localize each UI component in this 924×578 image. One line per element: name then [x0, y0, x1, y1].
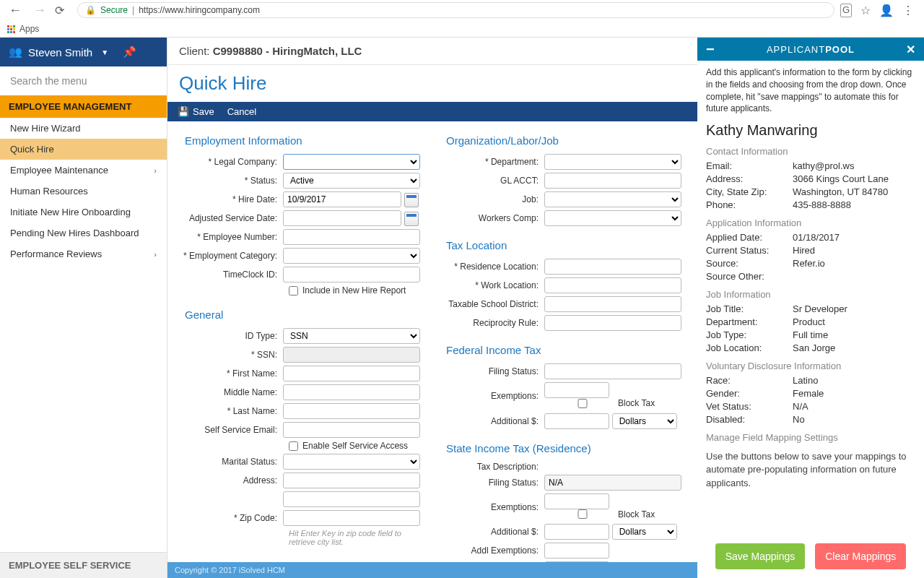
- dollars-select[interactable]: Dollars: [612, 413, 677, 429]
- state-block-tax-checkbox[interactable]: [550, 509, 615, 519]
- apps-label[interactable]: Apps: [19, 24, 39, 34]
- include-report-checkbox[interactable]: [289, 286, 298, 296]
- user-name: Steven Smith: [28, 46, 92, 59]
- manage-title: Manage Field Mapping Settings: [706, 432, 915, 443]
- save-button[interactable]: 💾Save: [178, 106, 214, 117]
- filing-status-input[interactable]: [544, 363, 681, 379]
- self-email-input[interactable]: [283, 422, 420, 438]
- applicant-name: Kathy Manwaring: [706, 122, 915, 139]
- marital-select[interactable]: [283, 454, 420, 470]
- school-dist-input[interactable]: [544, 296, 681, 312]
- label-first-name: * First Name:: [175, 368, 283, 379]
- label-zip: * Zip Code:: [175, 513, 283, 523]
- status-select[interactable]: Active: [283, 173, 420, 189]
- address-input-1[interactable]: [283, 473, 420, 488]
- exemptions-input[interactable]: [544, 382, 609, 398]
- residence-input[interactable]: [544, 259, 681, 275]
- cancel-button[interactable]: Cancel: [227, 106, 256, 117]
- label-work-loc: * Work Location:: [436, 280, 544, 290]
- calendar-icon[interactable]: [404, 212, 419, 226]
- sidebar-item[interactable]: Performance Reviews›: [0, 243, 167, 264]
- sidebar-item[interactable]: Quick Hire: [0, 139, 167, 160]
- client-prefix: Client:: [179, 45, 213, 57]
- main-content: Client: C9998880 - HiringMatch, LLC Quic…: [167, 38, 697, 578]
- workers-comp-select[interactable]: [544, 210, 681, 226]
- label-marital: Marital Status:: [175, 457, 283, 467]
- app-title: Application Information: [706, 217, 915, 228]
- label-self-email: Self Service Email:: [175, 425, 283, 435]
- zip-input[interactable]: [283, 510, 420, 526]
- middle-name-input[interactable]: [283, 384, 420, 400]
- sidebar-item[interactable]: Employee Maintenance›: [0, 160, 167, 181]
- search-menu[interactable]: Search the menu: [0, 66, 167, 95]
- sidebar-item[interactable]: Pending New Hires Dashboard: [0, 223, 167, 243]
- back-icon[interactable]: ←: [6, 3, 25, 18]
- nav-list: New Hire WizardQuick HireEmployee Mainte…: [0, 118, 167, 264]
- id-type-select[interactable]: SSN: [283, 328, 420, 344]
- job-title: Job Information: [706, 289, 915, 300]
- hire-date-input[interactable]: [283, 191, 401, 207]
- menu-icon[interactable]: ⋮: [902, 4, 914, 17]
- last-name-input[interactable]: [283, 403, 420, 419]
- label-hire-date: * Hire Date:: [175, 194, 283, 204]
- sidebar-footer[interactable]: EMPLOYEE SELF SERVICE: [0, 552, 167, 578]
- address-bar[interactable]: 🔒 Secure | https://www.hiringcompany.com: [77, 2, 834, 18]
- work-loc-input[interactable]: [544, 277, 681, 293]
- label-residence: * Residence Location:: [436, 262, 544, 272]
- enable-ss-checkbox[interactable]: [289, 441, 298, 451]
- chevron-right-icon: ›: [154, 250, 157, 259]
- chevron-right-icon: ›: [154, 166, 157, 175]
- section-tax-loc: Tax Location: [446, 239, 690, 251]
- emp-category-select[interactable]: [283, 248, 420, 264]
- state-filing-input[interactable]: [544, 475, 681, 491]
- client-name: C9998880 - HiringMatch, LLC: [213, 45, 362, 57]
- block-tax-checkbox[interactable]: [550, 399, 615, 408]
- calendar-icon[interactable]: [404, 193, 419, 207]
- ssn-input[interactable]: [283, 347, 420, 363]
- state-additional-input[interactable]: [544, 524, 609, 540]
- section-header[interactable]: EMPLOYEE MANAGEMENT: [0, 95, 167, 118]
- first-name-input[interactable]: [283, 366, 420, 381]
- section-general: General: [185, 309, 429, 321]
- state-dollars-select[interactable]: Dollars: [612, 524, 677, 540]
- address-input-2[interactable]: [283, 491, 420, 507]
- label-state-additional: Additional $:: [436, 527, 544, 537]
- gl-acct-input[interactable]: [544, 173, 681, 189]
- timeclock-input[interactable]: [283, 267, 420, 282]
- close-icon[interactable]: ✕: [906, 43, 915, 56]
- apps-icon[interactable]: [7, 25, 15, 33]
- label-job: Job:: [436, 194, 544, 204]
- label-timeclock: TimeClock ID:: [175, 269, 283, 280]
- addl-exemptions-input[interactable]: [544, 543, 609, 558]
- section-state-tax: State Income Tax (Residence): [446, 442, 690, 454]
- action-bar: 💾Save Cancel: [167, 102, 697, 121]
- forward-icon[interactable]: →: [30, 3, 49, 18]
- user-icon: 👥: [9, 46, 22, 59]
- clear-mappings-button[interactable]: Clear Mappings: [815, 543, 906, 569]
- sidebar-item[interactable]: Initiate New Hire Onboarding: [0, 202, 167, 223]
- state-exemptions-input[interactable]: [544, 493, 609, 509]
- label-id-type: ID Type:: [175, 331, 283, 341]
- label-status: * Status:: [175, 176, 283, 186]
- adj-service-input[interactable]: [283, 210, 401, 226]
- department-select[interactable]: [544, 154, 681, 170]
- profile-icon[interactable]: 👤: [879, 4, 894, 17]
- additional-input[interactable]: [544, 413, 609, 429]
- reload-icon[interactable]: ⟳: [55, 4, 64, 17]
- emp-number-input[interactable]: [283, 229, 420, 245]
- sidebar-item[interactable]: New Hire Wizard: [0, 118, 167, 139]
- bookmark-icon[interactable]: ☆: [860, 4, 871, 17]
- job-select[interactable]: [544, 191, 681, 207]
- translate-icon[interactable]: G: [840, 4, 852, 17]
- label-addl-exemptions: Addl Exemptions:: [436, 545, 544, 556]
- pin-icon[interactable]: 📌: [123, 46, 136, 59]
- legal-company-select[interactable]: [283, 154, 420, 170]
- user-bar[interactable]: 👥 Steven Smith ▼ 📌: [0, 38, 167, 66]
- label-filing-status: Filing Status:: [436, 366, 544, 376]
- lock-icon: 🔒: [85, 5, 96, 15]
- save-mappings-button[interactable]: Save Mappings: [715, 543, 806, 569]
- sidebar-item[interactable]: Human Resources: [0, 181, 167, 202]
- reciprocity-input[interactable]: [544, 315, 681, 331]
- label-tax-desc: Tax Description:: [436, 462, 544, 472]
- label-enable-ss: Enable Self Service Access: [302, 441, 408, 451]
